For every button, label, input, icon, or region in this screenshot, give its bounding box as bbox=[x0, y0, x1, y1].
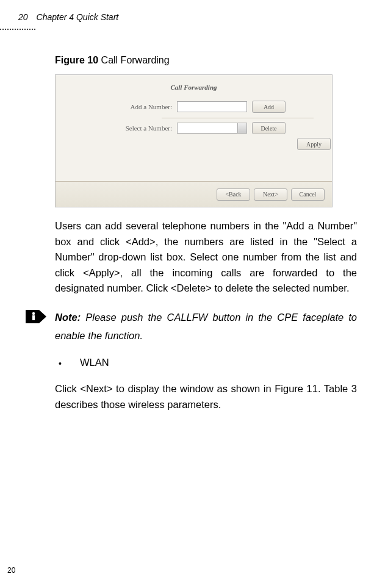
header-page-number: 20 bbox=[18, 12, 28, 22]
bullet-dot-icon: • bbox=[59, 357, 62, 370]
svg-marker-0 bbox=[26, 310, 46, 323]
add-number-label: Add a Number: bbox=[108, 103, 172, 110]
note-body: Please push the CALLFW button in the CPE… bbox=[55, 312, 357, 341]
svg-point-1 bbox=[32, 312, 35, 315]
header-chapter-title: Chapter 4 Quick Start bbox=[37, 12, 119, 22]
add-button[interactable]: Add bbox=[252, 101, 286, 113]
back-button[interactable]: <Back bbox=[217, 188, 250, 201]
note-block: Note: Please push the CALLFW button in t… bbox=[26, 309, 357, 345]
note-text: Note: Please push the CALLFW button in t… bbox=[55, 309, 357, 345]
form-area: Add a Number: Add Select a Number: Delet… bbox=[56, 91, 332, 150]
content-area: Figure 10 Call Forwarding Call Forwardin… bbox=[55, 55, 357, 412]
apply-button-group: Apply bbox=[297, 138, 332, 150]
add-number-row: Add a Number: Add bbox=[108, 101, 332, 113]
info-arrow-icon bbox=[26, 310, 46, 323]
bullet-label: WLAN bbox=[80, 357, 109, 370]
running-header: 20 Chapter 4 Quick Start bbox=[18, 12, 367, 22]
header-dots-decoration bbox=[0, 28, 35, 30]
figure-label: Figure 10 bbox=[55, 55, 98, 65]
delete-button[interactable]: Delete bbox=[252, 122, 286, 134]
divider bbox=[162, 118, 314, 118]
note-label: Note: bbox=[55, 312, 81, 323]
next-button[interactable]: Next> bbox=[254, 188, 287, 201]
page: 20 Chapter 4 Quick Start Figure 10 Call … bbox=[0, 0, 374, 588]
select-number-row: Select a Number: Delete bbox=[108, 122, 332, 134]
figure-image: Call Forwarding Add a Number: Add Select… bbox=[55, 74, 333, 207]
dialog-title: Call Forwarding bbox=[56, 75, 332, 91]
add-number-input[interactable] bbox=[177, 101, 247, 112]
dialog-bottom-bar: <Back Next> Cancel bbox=[56, 181, 332, 207]
body-paragraph-2: Click <Next> to display the window as sh… bbox=[55, 381, 357, 412]
body-paragraph-1: Users can add several telephone numbers … bbox=[55, 218, 357, 296]
apply-button[interactable]: Apply bbox=[297, 138, 331, 150]
select-number-label: Select a Number: bbox=[108, 124, 172, 132]
footer-page-number: 20 bbox=[7, 566, 15, 575]
figure-caption: Figure 10 Call Forwarding bbox=[55, 55, 357, 66]
figure-title: Call Forwarding bbox=[101, 55, 170, 65]
select-number-dropdown[interactable] bbox=[177, 123, 247, 134]
cancel-button[interactable]: Cancel bbox=[291, 188, 325, 201]
bullet-item: • WLAN bbox=[59, 357, 357, 370]
svg-rect-2 bbox=[32, 315, 35, 320]
